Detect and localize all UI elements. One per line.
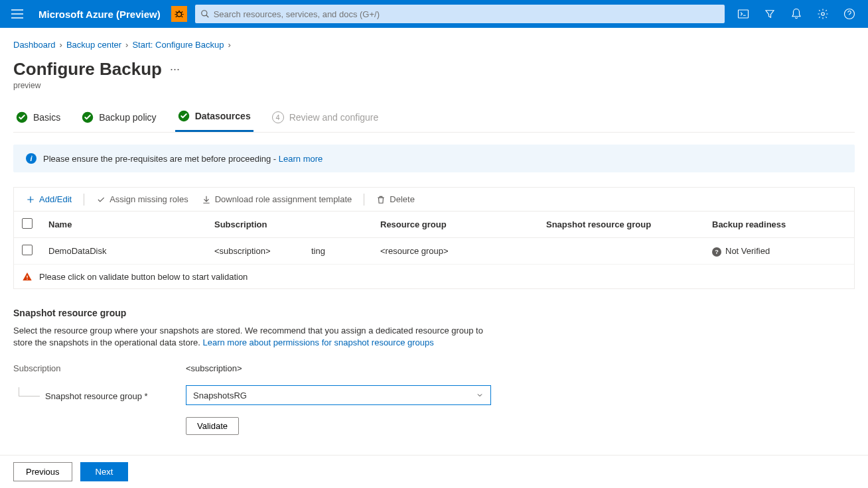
step-label: Datasources [195,111,251,121]
wizard-footer: Previous Next [0,455,868,488]
snapshot-rg-value: SnapshotsRG [193,391,247,400]
col-snapshot-rg[interactable]: Snapshot resource group [538,212,704,238]
cell-resource-group: <resource group> [372,238,538,265]
warning-text: Please click on validate button below to… [39,272,248,282]
info-banner-link[interactable]: Learn more [279,154,323,164]
svg-point-1 [201,11,206,16]
plus-icon [26,195,35,204]
separator [84,194,84,206]
check-icon [96,195,106,204]
step-datasources[interactable]: Datasources [175,106,253,132]
col-subscription[interactable]: Subscription [206,212,372,238]
svg-rect-2 [739,10,749,18]
col-name[interactable]: Name [40,212,206,238]
row-checkbox[interactable] [22,245,33,255]
brand-label[interactable]: Microsoft Azure (Preview) [29,9,170,20]
search-icon [200,9,210,19]
validate-button[interactable]: Validate [186,417,239,435]
search-bar[interactable] [195,5,725,23]
step-label: Backup policy [99,112,156,123]
bug-icon[interactable] [171,6,187,22]
step-number: 4 [272,111,284,123]
cell-subscription: <subscription> ting [206,238,372,265]
page-content: Dashboard › Backup center › Start: Confi… [0,28,868,488]
svg-point-3 [822,13,825,16]
assign-roles-label: Assign missing roles [109,194,188,204]
info-icon: i [26,153,36,164]
top-icon-group [730,0,863,28]
download-template-button[interactable]: Download role assignment template [196,192,358,207]
delete-label: Delete [390,194,415,204]
chevron-down-icon [476,391,484,399]
cloud-shell-icon[interactable] [730,0,757,28]
hamburger-icon[interactable] [5,0,29,28]
download-template-label: Download role assignment template [215,194,352,204]
cell-snapshot-rg [538,238,704,265]
breadcrumb-configure-backup[interactable]: Start: Configure Backup [132,40,224,50]
more-icon[interactable]: ··· [170,62,180,76]
svg-rect-8 [27,276,27,278]
snapshot-section-desc: Select the resource group where your sna… [13,325,491,349]
check-circle-icon [16,111,28,123]
top-bar: Microsoft Azure (Preview) [0,0,868,28]
info-banner-text: Please ensure the pre-requisites are met… [43,154,323,164]
step-label: Basics [33,112,60,123]
step-label: Review and configure [289,112,379,123]
cell-readiness: ?Not Verified [704,238,854,265]
datasources-toolbar: Add/Edit Assign missing roles Download r… [14,188,854,212]
field-validate: Validate [13,417,855,435]
snapshot-rg-label: Snapshot resource group * [13,390,186,401]
datasources-panel: Add/Edit Assign missing roles Download r… [13,187,855,289]
page-title: Configure Backup [13,59,162,80]
table-row[interactable]: DemoDataDisk <subscription> ting <resour… [14,238,854,265]
add-edit-button[interactable]: Add/Edit [21,192,77,207]
separator [364,194,364,206]
datasources-table: Name Subscription Resource group Snapsho… [14,212,854,265]
trash-icon [376,195,386,204]
add-edit-label: Add/Edit [39,194,72,204]
breadcrumb: Dashboard › Backup center › Start: Confi… [13,40,855,50]
select-all-checkbox[interactable] [22,218,33,229]
cell-name: DemoDataDisk [40,238,206,265]
breadcrumb-backup-center[interactable]: Backup center [66,40,121,50]
page-subtitle: preview [13,81,855,90]
settings-icon[interactable] [810,0,836,28]
field-snapshot-rg: Snapshot resource group * SnapshotsRG [13,385,855,405]
delete-button[interactable]: Delete [371,192,420,207]
previous-button[interactable]: Previous [13,462,72,481]
col-resource-group[interactable]: Resource group [372,212,538,238]
snapshot-learn-more-link[interactable]: Learn more about permissions for snapsho… [202,337,433,347]
col-readiness[interactable]: Backup readiness [704,212,854,238]
search-input[interactable] [214,9,719,19]
step-backup-policy[interactable]: Backup policy [79,107,159,131]
subscription-value: <subscription> [186,363,242,373]
help-icon[interactable] [836,0,863,28]
next-button[interactable]: Next [80,462,129,481]
validation-warning: Please click on validate button below to… [14,265,854,288]
subscription-label: Subscription [13,363,186,373]
snapshot-rg-select[interactable]: SnapshotsRG [186,385,491,405]
download-icon [202,195,211,204]
notifications-icon[interactable] [783,0,810,28]
table-header-row: Name Subscription Resource group Snapsho… [14,212,854,238]
info-banner: i Please ensure the pre-requisites are m… [13,145,855,172]
chevron-right-icon: › [228,40,230,50]
wizard-steps: Basics Backup policy Datasources 4 Revie… [13,106,855,133]
check-circle-icon [82,111,94,123]
assign-roles-button[interactable]: Assign missing roles [91,192,194,207]
not-verified-icon: ? [712,247,721,257]
warning-icon [22,271,33,282]
snapshot-section-title: Snapshot resource group [13,308,855,318]
check-circle-icon [178,110,190,122]
filter-icon[interactable] [757,0,783,28]
chevron-right-icon: › [60,40,62,50]
snapshot-fields: Subscription <subscription> Snapshot res… [13,363,855,435]
svg-rect-9 [27,278,27,279]
chevron-right-icon: › [125,40,128,50]
field-subscription: Subscription <subscription> [13,363,855,373]
step-basics[interactable]: Basics [13,107,63,131]
breadcrumb-dashboard[interactable]: Dashboard [13,40,56,50]
svg-point-0 [177,12,181,17]
step-review: 4 Review and configure [269,107,382,131]
